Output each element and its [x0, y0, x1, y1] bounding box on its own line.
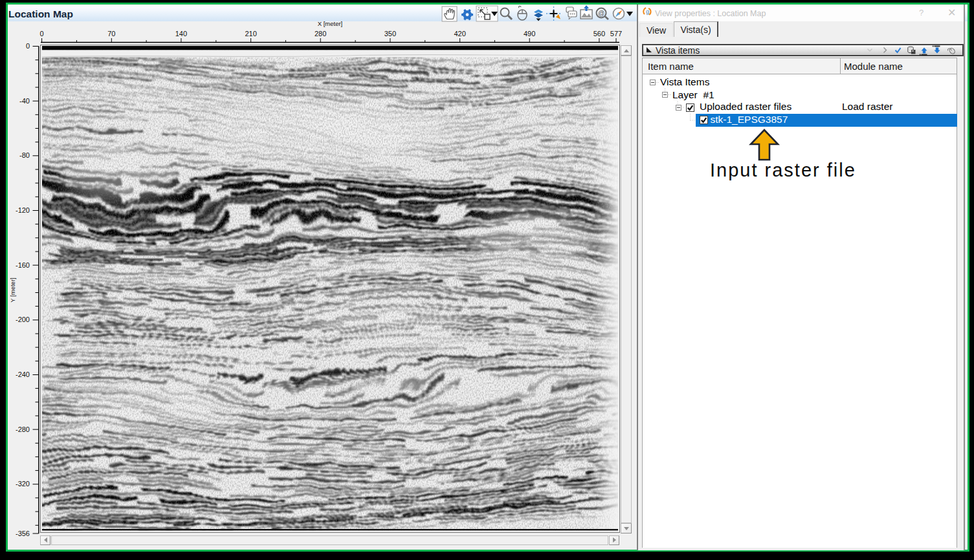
- svg-text:g: g: [646, 8, 649, 15]
